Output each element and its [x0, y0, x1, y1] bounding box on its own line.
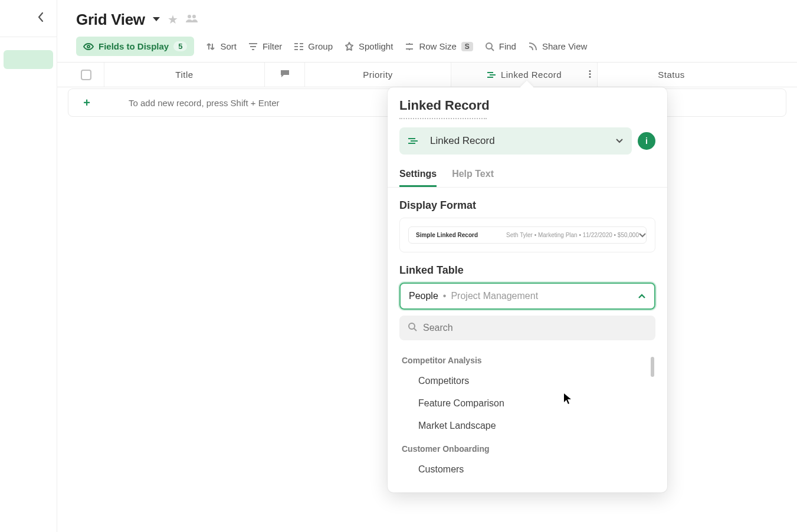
svg-point-5	[589, 73, 591, 75]
caret-down-icon[interactable]	[152, 14, 160, 25]
column-priority-label: Priority	[363, 70, 393, 80]
column-menu-icon[interactable]	[589, 70, 591, 80]
spotlight-button[interactable]: Spotlight	[345, 41, 393, 51]
rowsize-label: Row Size	[419, 41, 456, 51]
column-priority[interactable]: Priority	[305, 63, 451, 87]
linked-table-select[interactable]: People • Project Management	[399, 283, 655, 310]
svg-point-6	[589, 76, 591, 78]
chevron-down-icon	[638, 230, 647, 241]
rowsize-icon	[405, 42, 414, 51]
column-title[interactable]: Title	[104, 63, 265, 87]
share-view-button[interactable]: Share View	[528, 41, 587, 51]
grid-header: Title Priority Linked Record Status	[57, 63, 797, 87]
column-checkbox[interactable]	[68, 63, 104, 87]
column-title-label: Title	[175, 70, 193, 80]
fields-count-badge: 5	[173, 41, 187, 51]
filter-button[interactable]: Filter	[248, 41, 282, 51]
rowsize-button[interactable]: Row Size S	[405, 41, 473, 51]
svg-point-3	[486, 43, 492, 49]
tab-help-text[interactable]: Help Text	[452, 169, 494, 187]
svg-point-4	[589, 70, 591, 72]
format-meta: Seth Tyler • Marketing Plan • 11/22/2020…	[506, 232, 639, 238]
spotlight-label: Spotlight	[359, 41, 393, 51]
display-format-select[interactable]: Simple Linked Record Seth Tyler • Market…	[399, 218, 655, 252]
table-option[interactable]: Competitors	[399, 370, 655, 392]
column-linked-label: Linked Record	[501, 70, 562, 80]
table-option[interactable]: Feature Comparison	[399, 392, 655, 415]
field-type-label: Linked Record	[430, 135, 495, 147]
table-option[interactable]: Customers	[399, 458, 655, 481]
people-icon[interactable]	[185, 14, 198, 25]
popover-tabs: Settings Help Text	[388, 155, 667, 188]
linked-table-separator: •	[443, 291, 447, 301]
rss-icon	[528, 42, 537, 51]
svg-point-7	[409, 323, 415, 329]
format-title: Simple Linked Record	[416, 232, 478, 238]
table-search[interactable]	[399, 316, 655, 340]
find-label: Find	[499, 41, 516, 51]
display-format-label: Display Format	[388, 188, 667, 218]
checkbox-icon[interactable]	[81, 70, 91, 80]
group-button[interactable]: Group	[294, 41, 333, 51]
sort-button[interactable]: Sort	[206, 41, 237, 51]
table-search-input[interactable]	[423, 323, 647, 333]
field-type-row: Linked Record i	[388, 119, 667, 155]
header: Grid View ★	[57, 0, 797, 31]
sidebar	[0, 0, 57, 532]
chevron-left-icon[interactable]	[37, 11, 45, 25]
table-dropdown-list[interactable]: Competitor Analysis Competitors Feature …	[399, 349, 655, 492]
linked-table-primary: People	[409, 291, 438, 301]
star-icon[interactable]: ★	[168, 12, 178, 27]
group-icon	[294, 42, 303, 51]
table-option[interactable]: Market Landscape	[399, 415, 655, 437]
sort-icon	[206, 42, 215, 51]
filter-label: Filter	[263, 41, 282, 51]
column-status-label: Status	[658, 70, 685, 80]
filter-icon	[248, 42, 258, 51]
add-record-button[interactable]: +	[68, 96, 105, 110]
info-button[interactable]: i	[638, 132, 655, 150]
field-type-select[interactable]: Linked Record	[399, 127, 632, 155]
share-label: Share View	[542, 41, 587, 51]
table-group-header: Competitor Analysis	[399, 349, 655, 370]
sort-label: Sort	[220, 41, 237, 51]
linked-record-config-popover: Linked Record Linked Record i Settings H…	[388, 87, 667, 492]
column-status[interactable]: Status	[598, 63, 745, 87]
rowsize-badge: S	[461, 42, 473, 51]
scrollbar-thumb[interactable]	[651, 357, 654, 377]
sidebar-selected-item[interactable]	[4, 50, 53, 69]
fields-to-display-button[interactable]: Fields to Display 5	[76, 37, 194, 56]
search-icon	[485, 42, 494, 51]
linked-table-dropdown: Competitor Analysis Competitors Feature …	[399, 316, 655, 492]
chevron-up-icon	[638, 291, 646, 301]
svg-point-1	[192, 15, 196, 18]
linked-record-icon	[408, 137, 418, 145]
linked-table-label: Linked Table	[388, 252, 667, 283]
table-group-header: Customer Onboarding	[399, 437, 655, 458]
plus-icon: +	[83, 96, 90, 110]
chevron-down-icon	[615, 135, 624, 147]
spotlight-icon	[345, 42, 354, 51]
tab-settings[interactable]: Settings	[399, 169, 437, 187]
column-comments[interactable]	[265, 63, 305, 87]
display-format-preview: Simple Linked Record Seth Tyler • Market…	[408, 226, 647, 244]
linked-record-icon	[487, 71, 496, 79]
search-icon	[408, 322, 417, 334]
group-label: Group	[308, 41, 333, 51]
view-title: Grid View	[76, 11, 145, 29]
svg-point-0	[188, 15, 191, 18]
sidebar-top	[0, 0, 57, 37]
toolbar: Fields to Display 5 Sort Filter Group	[57, 31, 797, 63]
linked-table-secondary: Project Management	[451, 291, 538, 301]
info-icon: i	[645, 136, 648, 146]
fields-label: Fields to Display	[99, 41, 169, 51]
comment-icon	[280, 69, 290, 80]
find-button[interactable]: Find	[485, 41, 516, 51]
eye-icon	[83, 42, 94, 51]
svg-point-2	[87, 45, 90, 48]
